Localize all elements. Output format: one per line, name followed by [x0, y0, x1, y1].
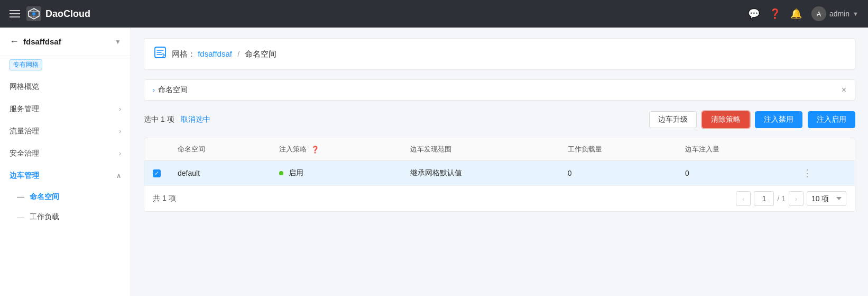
- sidebar-subitem-workload[interactable]: — 工作负载: [0, 207, 131, 227]
- chevron-down-icon: ▼: [853, 11, 858, 17]
- action-bar: 选中 1 项 取消选中 边车升级 清除策略 注入禁用 注入启用: [144, 107, 855, 132]
- inject-disable-button[interactable]: 注入禁用: [755, 111, 802, 128]
- clear-policy-button[interactable]: 清除策略: [702, 111, 750, 128]
- sidebar-item-traffic[interactable]: 流量治理 ›: [0, 120, 131, 142]
- layout: ← fdsaffdsaf ▼ 专有网格 网格概览 服务管理 › 流量治理 › 安…: [0, 28, 868, 296]
- sidebar-item-sidecar[interactable]: 边车管理 ∧: [0, 165, 131, 187]
- action-bar-right: 边车升级 清除策略 注入禁用 注入启用: [649, 111, 855, 128]
- th-inject-policy: 注入策略 ❓: [271, 138, 401, 161]
- logo-text: DaoCloud: [45, 8, 90, 20]
- sidebar-item-label: 服务管理: [10, 104, 39, 114]
- pagination: ‹ / 1 › 10 项 20 项 50 项: [736, 191, 846, 206]
- chevron-right-icon: ›: [153, 86, 155, 94]
- main-content: 网格： fdsaffdsaf / 命名空间 › 命名空间 × 选中 1 项 取消…: [131, 28, 868, 296]
- filter-label: 命名空间: [158, 85, 188, 95]
- namespace-table: 命名空间 注入策略 ❓ 边车发现范围 工作负载量 边车注入量: [144, 138, 855, 212]
- chevron-right-icon: ›: [119, 150, 121, 157]
- avatar: A: [811, 6, 826, 21]
- row-actions-cell: ⋮: [794, 161, 855, 186]
- sidebar: ← fdsaffdsaf ▼ 专有网格 网格概览 服务管理 › 流量治理 › 安…: [0, 28, 131, 296]
- table-header-row: 命名空间 注入策略 ❓ 边车发现范围 工作负载量 边车注入量: [144, 138, 855, 161]
- menu-toggle-button[interactable]: [10, 10, 20, 17]
- page-icon: [154, 46, 167, 62]
- filter-expand[interactable]: › 命名空间: [153, 85, 188, 95]
- sidebar-item-services[interactable]: 服务管理 ›: [0, 98, 131, 120]
- sidebar-header: ← fdsaffdsaf ▼: [0, 28, 131, 56]
- inject-policy-status: 启用: [289, 168, 303, 177]
- workspace-name: fdsaffdsaf: [23, 37, 61, 46]
- help-icon[interactable]: ❓: [769, 8, 781, 20]
- breadcrumb-sep: /: [237, 49, 239, 58]
- row-sidecar-inject: 0: [677, 161, 794, 186]
- back-button[interactable]: ←: [10, 36, 19, 47]
- th-name: 命名空间: [169, 138, 271, 161]
- page-size-select[interactable]: 10 项 20 项 50 项: [807, 191, 846, 206]
- topnav: DaoCloud 💬 ❓ 🔔 A admin ▼: [0, 0, 868, 28]
- breadcrumb-workspace[interactable]: fdsaffdsaf: [198, 49, 232, 58]
- sidebar-workspace: ← fdsaffdsaf: [10, 36, 61, 47]
- user-name: admin: [829, 10, 849, 18]
- notification-icon[interactable]: 🔔: [790, 8, 802, 20]
- row-name: default: [169, 161, 271, 186]
- filter-bar: › 命名空间 ×: [144, 79, 855, 101]
- page-header: 网格： fdsaffdsaf / 命名空间: [144, 38, 855, 70]
- chevron-up-icon: ∧: [116, 172, 121, 180]
- sidebar-subitem-label: 工作负载: [30, 212, 59, 222]
- th-workload-count: 工作负载量: [559, 138, 677, 161]
- total-count: 共 1 项: [153, 194, 176, 203]
- sidebar-item-label: 边车管理: [10, 171, 39, 181]
- chevron-right-icon: ›: [119, 105, 121, 113]
- table-footer: 共 1 项 ‹ / 1 › 10 项 20 项 50 项: [144, 185, 855, 211]
- message-icon[interactable]: 💬: [748, 8, 760, 20]
- page-number-input[interactable]: [754, 191, 774, 206]
- user-menu[interactable]: A admin ▼: [811, 6, 858, 21]
- chevron-right-icon: ›: [119, 128, 121, 135]
- sidebar-item-label: 网格概览: [10, 82, 39, 92]
- topnav-right: 💬 ❓ 🔔 A admin ▼: [748, 6, 858, 21]
- dash-icon: —: [17, 193, 24, 201]
- th-actions: [794, 138, 855, 161]
- sidebar-subitem-label: 命名空间: [30, 192, 59, 202]
- filter-close-button[interactable]: ×: [842, 85, 846, 95]
- breadcrumb: 网格： fdsaffdsaf / 命名空间: [172, 49, 276, 59]
- selection-info: 选中 1 项: [144, 115, 174, 124]
- status-dot-icon: [279, 171, 283, 175]
- th-sidecar-inject: 边车注入量: [677, 138, 794, 161]
- row-sidecar-scope: 继承网格默认值: [402, 161, 559, 186]
- breadcrumb-current: 命名空间: [245, 49, 276, 58]
- table-row: default 启用 继承网格默认值 0 0 ⋮: [144, 161, 855, 186]
- action-bar-left: 选中 1 项 取消选中: [144, 115, 210, 124]
- row-workload-count: 0: [559, 161, 677, 186]
- more-actions-button[interactable]: ⋮: [802, 168, 812, 178]
- cancel-selection-button[interactable]: 取消选中: [181, 115, 210, 124]
- sidebar-subitem-namespace[interactable]: — 命名空间: [0, 187, 131, 207]
- logo: DaoCloud: [26, 6, 90, 21]
- prev-page-button[interactable]: ‹: [736, 191, 751, 206]
- th-checkbox: [144, 138, 169, 161]
- logo-icon: [26, 6, 41, 21]
- workspace-badge: 专有网格: [10, 59, 42, 70]
- next-page-button[interactable]: ›: [789, 191, 804, 206]
- row-checkbox[interactable]: [153, 169, 161, 177]
- row-inject-policy: 启用: [271, 161, 401, 186]
- breadcrumb-entity: 网格：: [172, 49, 196, 58]
- inject-policy-help-icon[interactable]: ❓: [311, 146, 319, 154]
- dash-icon: —: [17, 213, 24, 221]
- sidebar-item-overview[interactable]: 网格概览: [0, 76, 131, 98]
- sidebar-item-security[interactable]: 安全治理 ›: [0, 142, 131, 165]
- page-sep: / 1: [777, 194, 786, 203]
- inject-enable-button[interactable]: 注入启用: [808, 111, 855, 128]
- sidebar-item-label: 安全治理: [10, 149, 39, 158]
- th-sidecar-scope: 边车发现范围: [402, 138, 559, 161]
- sidecar-upgrade-button[interactable]: 边车升级: [649, 111, 697, 128]
- topnav-left: DaoCloud: [10, 6, 90, 21]
- row-checkbox-cell[interactable]: [144, 161, 169, 186]
- sidebar-item-label: 流量治理: [10, 127, 39, 136]
- svg-point-1: [32, 12, 35, 15]
- chevron-down-icon[interactable]: ▼: [115, 38, 121, 46]
